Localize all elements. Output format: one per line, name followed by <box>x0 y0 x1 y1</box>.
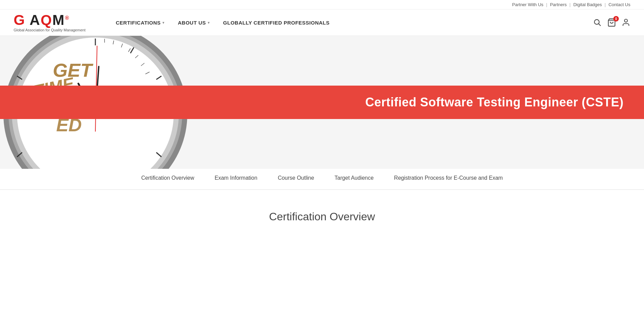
separator-3: | <box>604 2 606 7</box>
separator-2: | <box>569 2 570 7</box>
nav-about-us[interactable]: ABOUT US ▾ <box>178 20 209 26</box>
svg-line-1 <box>599 24 601 26</box>
chevron-down-icon: ▾ <box>162 21 164 25</box>
logo-g: G <box>14 12 26 28</box>
digital-badges-link[interactable]: Digital Badges <box>573 2 602 7</box>
logo-m: M <box>52 12 65 28</box>
content-section: Certification Overview <box>0 190 644 237</box>
hero-banner: Certified Software Testing Engineer (CST… <box>0 86 644 119</box>
tab-certification-overview[interactable]: Certification Overview <box>141 175 194 183</box>
separator-1: | <box>546 2 547 7</box>
search-icon <box>593 18 602 27</box>
svg-point-3 <box>625 19 628 22</box>
svg-point-0 <box>594 19 599 24</box>
header: G AQM® Global Association for Quality Ma… <box>0 10 644 36</box>
cart-count-badge: 0 <box>613 16 619 21</box>
header-icons: 0 <box>593 18 630 27</box>
tabs-section: Certification Overview Exam Information … <box>0 169 644 190</box>
svg-text:GET: GET <box>53 59 94 81</box>
user-button[interactable] <box>622 18 630 27</box>
contact-us-link[interactable]: Contact Us <box>609 2 630 7</box>
chevron-down-icon: ▾ <box>208 21 210 25</box>
partners-link[interactable]: Partners <box>550 2 567 7</box>
nav-globally-certified[interactable]: GLOBALLY CERTIFIED PROFESSIONALS <box>223 20 330 26</box>
logo-q: Q <box>41 12 52 28</box>
tab-registration-process[interactable]: Registration Process for E-Course and Ex… <box>394 175 503 183</box>
partner-with-us-link[interactable]: Partner With Us <box>512 2 544 7</box>
logo-a: A <box>26 12 41 28</box>
user-icon <box>622 18 630 27</box>
hero-section: TIME TO GET CERTIFI ED Certified Softwar… <box>0 36 644 169</box>
content-title: Certification Overview <box>14 210 630 223</box>
logo-tagline: Global Association for Quality Managemen… <box>14 28 89 32</box>
cart-button[interactable]: 0 <box>607 18 616 27</box>
tab-course-outline[interactable]: Course Outline <box>278 175 314 183</box>
search-button[interactable] <box>593 18 602 27</box>
logo-reg: ® <box>65 15 70 21</box>
logo: G AQM® <box>14 13 89 27</box>
main-nav: CERTIFICATIONS ▾ ABOUT US ▾ GLOBALLY CER… <box>116 20 593 26</box>
hero-title: Certified Software Testing Engineer (CST… <box>365 95 624 109</box>
top-bar: Partner With Us | Partners | Digital Bad… <box>0 0 644 10</box>
tab-exam-information[interactable]: Exam Information <box>215 175 257 183</box>
nav-certifications[interactable]: CERTIFICATIONS ▾ <box>116 20 164 26</box>
logo-area[interactable]: G AQM® Global Association for Quality Ma… <box>14 13 89 32</box>
tab-target-audience[interactable]: Target Audience <box>334 175 374 183</box>
